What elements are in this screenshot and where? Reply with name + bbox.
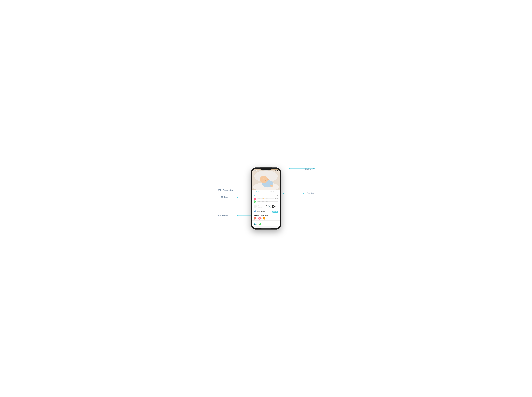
decibel-dot: [303, 193, 304, 194]
motion-event-count: 3: [266, 218, 266, 219]
music-info: Rachmaninov 32 00:30:00: [258, 205, 267, 208]
sound-sensor-icon: ♥: [253, 198, 256, 200]
events-row: 😢 2 ♥ 6 ☺ 3: [253, 217, 279, 220]
live-view-dot2: [289, 168, 290, 169]
events-title: You have 11 Events today: [253, 215, 279, 216]
svg-rect-11: [254, 211, 255, 212]
music-section: 🎵 Rachmaninov 32 00:30:00 🔊 ▶ ♫: [252, 204, 280, 209]
motion-slider-fill: [257, 201, 270, 202]
live-status: Live: [256, 173, 258, 174]
cvr-items-row: 📷 -- ☺ --: [253, 223, 279, 225]
notch: [260, 167, 272, 170]
cvr-item-2: ☺ --: [259, 223, 263, 225]
motion-sensor-row: ☺: [253, 200, 279, 203]
cvr-val-2: --: [262, 224, 263, 225]
sound-event-count: 6: [261, 218, 262, 219]
sound-sensor-row: ♥ 26 dB: [253, 198, 279, 200]
motion-slider[interactable]: [257, 201, 279, 202]
event-sound-badge: ♥ 6: [258, 217, 262, 220]
back-arrow[interactable]: ‹: [253, 171, 254, 173]
cvr-item-1: 📷 --: [253, 223, 257, 225]
event-motion-badge: ☺ 3: [263, 217, 266, 220]
home-indicator: [261, 228, 271, 229]
motion-event-icon[interactable]: ☺: [263, 217, 266, 220]
events-section: You have 11 Events today 😢 2 ♥ 6: [252, 214, 280, 221]
wifi-dot: [240, 190, 241, 191]
tabs: Dashboard Timeline: [252, 190, 280, 193]
volume-button[interactable]: 🔊: [268, 205, 271, 208]
cry-event-icon[interactable]: 😢: [253, 217, 256, 220]
annotation-wifi: WiFi Connection: [218, 189, 234, 192]
settings-icon[interactable]: ⚙: [277, 194, 279, 196]
svg-rect-12: [255, 211, 255, 212]
phone: 3:36 ▂▄ ▾ ▐▌: [251, 167, 281, 230]
phone-wrapper: 3:36 ▂▄ ▾ ▐▌: [251, 167, 281, 230]
live-view-line: [290, 168, 314, 169]
decibel-line: [283, 193, 304, 193]
cvr-section: Each moment is a present. Get 24/7 CVR n…: [252, 221, 280, 226]
music-controls: 🔊 ▶ ♫: [268, 205, 279, 208]
sleep-chart-icon: z z: [253, 210, 256, 212]
cvr-camera-icon: 📷: [253, 223, 256, 225]
svg-point-4: [260, 176, 268, 183]
try-care-button[interactable]: Try Care: [272, 211, 279, 213]
annotation-motion: Motion: [221, 196, 228, 198]
music-cover-icon: 🎵: [253, 205, 257, 208]
svg-text:z: z: [256, 210, 256, 211]
sleep-tracking-section: z z Sleep Tracking Try Care: [252, 209, 280, 214]
svg-point-9: [272, 185, 273, 186]
wifi-settings-row: ⊕ ⚙: [252, 193, 280, 197]
sound-slider[interactable]: [257, 198, 275, 199]
screen: 3:36 ▂▄ ▾ ▐▌: [252, 169, 280, 228]
cvr-val-1: --: [256, 224, 257, 225]
cvr-motion-icon: ☺: [259, 223, 261, 225]
camera-view: ‹ Lollipop Live: [252, 169, 280, 190]
annotation-live-view: Live view: [305, 168, 314, 170]
sleep-icon: z z: [253, 210, 256, 213]
tab-dashboard[interactable]: Dashboard: [252, 190, 266, 193]
scene: Live view WiFi Connection Decibel Motion…: [214, 158, 318, 239]
live-view-dot: [314, 168, 315, 169]
wifi-icon: ⊕: [253, 194, 255, 196]
dashboard: ⊕ ⚙ ♥ 26 dB: [252, 193, 280, 228]
music-time: 00:30:00: [258, 206, 267, 208]
app-content: Dashboard Timeline ⊕ ⚙: [252, 190, 280, 228]
sound-marker: [263, 198, 264, 199]
svg-rect-10: [254, 211, 254, 212]
playlist-button[interactable]: ♫: [275, 205, 279, 208]
events-dot: [237, 215, 238, 216]
camera-name: Lollipop: [254, 170, 259, 172]
sensor-section: ♥ 26 dB ☺: [252, 197, 280, 204]
cvr-promo-text: Each moment is a present. Get 24/7 CVR n…: [253, 222, 279, 223]
decibel-dot2: [283, 193, 284, 194]
music-title: Rachmaninov 32: [258, 205, 267, 206]
svg-point-5: [267, 178, 269, 180]
annotation-events: 30s Events: [218, 214, 228, 217]
live-indicator-dot: [254, 173, 255, 174]
motion-dot: [237, 197, 238, 198]
camera-info: Lollipop Live: [254, 170, 259, 174]
sleep-tracking-label: Sleep Tracking: [257, 211, 271, 212]
decibel-value: 26 dB: [275, 198, 279, 200]
event-cry-badge: 😢 2: [253, 217, 257, 220]
cry-event-count: 2: [256, 218, 257, 219]
tab-timeline[interactable]: Timeline: [266, 190, 280, 193]
svg-point-6: [265, 180, 266, 181]
motion-sensor-icon: ☺: [253, 200, 256, 203]
annotation-decibel: Decibel: [307, 192, 314, 195]
sound-event-icon[interactable]: ♥: [258, 217, 261, 220]
play-button[interactable]: ▶: [272, 205, 275, 208]
